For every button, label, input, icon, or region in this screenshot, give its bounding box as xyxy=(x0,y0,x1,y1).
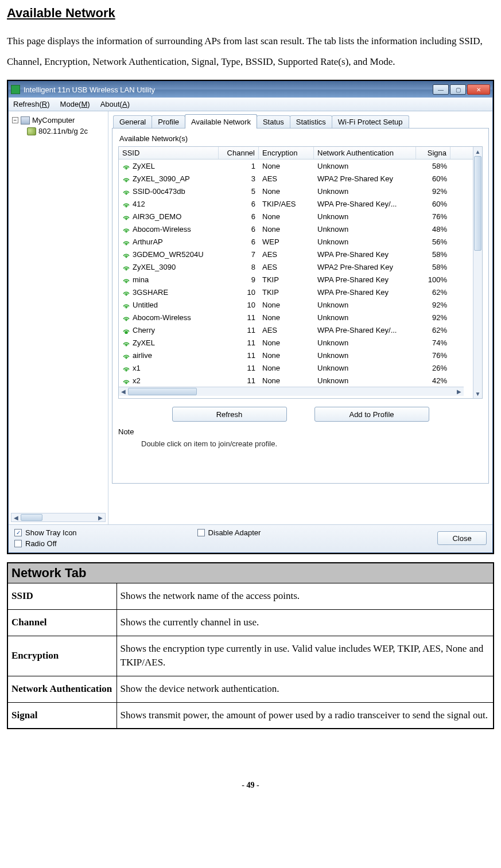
svg-point-16 xyxy=(126,370,127,372)
svg-point-12 xyxy=(126,320,127,321)
col-header-channel[interactable]: Channel xyxy=(219,147,259,159)
table-row: SSIDShows the network name of the access… xyxy=(7,583,494,610)
network-ssid: x1 xyxy=(133,364,141,372)
wifi-signal-icon xyxy=(122,213,130,220)
wifi-signal-icon xyxy=(122,340,130,347)
radio-off-checkbox[interactable]: Radio Off xyxy=(14,539,77,548)
bottom-bar: ✓ Show Tray Icon Radio Off Disable Adapt… xyxy=(9,524,492,552)
network-row[interactable]: Untitled10NoneUnknown92% xyxy=(119,298,473,311)
col-header-ssid[interactable]: SSID xyxy=(119,147,219,159)
row-label: Channel xyxy=(7,610,116,636)
network-row[interactable]: airlive11NoneUnknown76% xyxy=(119,349,473,361)
network-row[interactable]: Cherry11AESWPA Pre-Shared Key/...62% xyxy=(119,324,473,336)
section-heading: Available Network xyxy=(7,6,494,21)
svg-point-2 xyxy=(126,193,127,195)
menu-about[interactable]: About(A) xyxy=(100,100,130,108)
available-network-panel: Available Network(s) SSID Channel Encryp… xyxy=(112,128,489,484)
network-auth: WPA Pre-Shared Key xyxy=(314,249,416,260)
adapter-icon xyxy=(27,127,36,135)
network-encryption: None xyxy=(259,186,314,197)
network-channel: 6 xyxy=(219,211,259,222)
tree-horizontal-scrollbar[interactable]: ◀▶ xyxy=(11,513,106,522)
tab-statistics[interactable]: Statistics xyxy=(290,115,332,129)
tree-collapse-icon[interactable]: − xyxy=(12,117,18,123)
network-encryption: TKIP xyxy=(259,274,314,285)
network-channel: 9 xyxy=(219,274,259,285)
svg-point-10 xyxy=(126,294,127,296)
network-auth: Unknown xyxy=(314,186,416,197)
show-tray-icon-checkbox[interactable]: ✓ Show Tray Icon xyxy=(14,528,77,537)
network-row[interactable]: 4126TKIP/AESWPA Pre-Shared Key/...60% xyxy=(119,197,473,210)
row-desc: Shows transmit power, the amount of powe… xyxy=(116,702,494,729)
network-row[interactable]: ArthurAP6WEPUnknown56% xyxy=(119,235,473,248)
checkbox-icon xyxy=(197,529,205,536)
list-header-row[interactable]: SSID Channel Encryption Network Authenti… xyxy=(119,147,473,159)
network-row[interactable]: 3GSHARE10TKIPWPA Pre-Shared Key62% xyxy=(119,286,473,298)
wifi-signal-icon xyxy=(122,163,130,170)
network-row[interactable]: SSID-00c473db5NoneUnknown92% xyxy=(119,185,473,197)
network-ssid: airlive xyxy=(133,351,152,360)
refresh-button[interactable]: Refresh xyxy=(172,407,287,422)
col-header-encryption[interactable]: Encryption xyxy=(259,147,314,159)
tab-general[interactable]: General xyxy=(113,115,152,129)
list-vertical-scrollbar[interactable]: ▲▼ xyxy=(473,147,482,398)
tab-strip: GeneralProfileAvailable NetworkStatusSta… xyxy=(113,114,489,128)
network-row[interactable]: ZyXEL1NoneUnknown58% xyxy=(119,159,473,172)
menu-refresh[interactable]: Refresh(R) xyxy=(13,100,50,108)
group-label: Available Network(s) xyxy=(119,134,483,143)
network-ssid: 3GSHARE xyxy=(133,288,168,297)
window-title: Intelligent 11n USB Wireless LAN Utility xyxy=(24,85,433,94)
row-label: Encryption xyxy=(7,636,116,676)
svg-point-14 xyxy=(126,345,127,347)
network-channel: 11 xyxy=(219,337,259,348)
maximize-button[interactable]: ▢ xyxy=(450,84,466,95)
network-row[interactable]: 3GDEMO_WR5204U7AESWPA Pre-Shared Key58% xyxy=(119,248,473,260)
network-row[interactable]: Abocom-Wireless6NoneUnknown48% xyxy=(119,223,473,235)
network-ssid: Abocom-Wireless xyxy=(133,313,191,322)
wifi-signal-icon xyxy=(122,201,130,208)
wifi-signal-icon xyxy=(122,176,130,182)
network-row[interactable]: ZyXEL11NoneUnknown74% xyxy=(119,336,473,349)
network-row[interactable]: x211NoneUnknown42% xyxy=(119,374,473,387)
tree-adapter-node[interactable]: 802.11n/b/g 2c xyxy=(11,126,106,137)
network-row[interactable]: AIR3G_DEMO6NoneUnknown76% xyxy=(119,210,473,223)
network-signal: 62% xyxy=(416,325,450,336)
row-label: Signal xyxy=(7,702,116,729)
show-tray-label: Show Tray Icon xyxy=(25,528,77,537)
disable-adapter-checkbox[interactable]: Disable Adapter xyxy=(197,528,261,537)
network-signal: 76% xyxy=(416,350,450,361)
network-row[interactable]: ZyXEL_30908AESWPA2 Pre-Shared Key58% xyxy=(119,260,473,273)
network-channel: 6 xyxy=(219,224,259,235)
svg-point-5 xyxy=(126,231,127,233)
network-channel: 11 xyxy=(219,350,259,361)
network-signal: 62% xyxy=(416,287,450,298)
network-encryption: None xyxy=(259,312,314,323)
network-row[interactable]: Abocom-Wireless11NoneUnknown92% xyxy=(119,311,473,324)
network-ssid: Abocom-Wireless xyxy=(133,225,191,233)
disable-adapter-label: Disable Adapter xyxy=(208,528,261,537)
tree-root-node[interactable]: − MyComputer xyxy=(11,115,106,126)
tab-available-network[interactable]: Available Network xyxy=(185,114,257,129)
network-auth: Unknown xyxy=(314,211,416,222)
close-button[interactable]: Close xyxy=(437,531,487,545)
minimize-button[interactable]: — xyxy=(433,84,449,95)
col-header-signal[interactable]: Signa xyxy=(416,147,450,159)
network-row[interactable]: mina9TKIPWPA Pre-Shared Key100% xyxy=(119,273,473,286)
tab-profile[interactable]: Profile xyxy=(152,115,185,129)
tab-wi-fi-protect-setup[interactable]: Wi-Fi Protect Setup xyxy=(332,115,409,129)
wifi-signal-icon xyxy=(122,377,130,384)
network-row[interactable]: ZyXEL_3090_AP3AESWPA2 Pre-Shared Key60% xyxy=(119,172,473,185)
menu-mode[interactable]: Mode(M) xyxy=(60,100,90,108)
network-ssid: 412 xyxy=(133,200,145,208)
network-signal: 56% xyxy=(416,236,450,247)
close-window-button[interactable]: ✕ xyxy=(467,84,490,95)
col-header-auth[interactable]: Network Authentication xyxy=(314,147,416,159)
window-title-bar[interactable]: Intelligent 11n USB Wireless LAN Utility… xyxy=(9,81,492,98)
wifi-signal-icon xyxy=(122,264,130,271)
tab-status[interactable]: Status xyxy=(257,115,290,129)
table-row: SignalShows transmit power, the amount o… xyxy=(7,702,494,729)
add-to-profile-button[interactable]: Add to Profile xyxy=(314,407,429,422)
network-ssid: ZyXEL_3090 xyxy=(133,263,176,271)
list-horizontal-scrollbar[interactable]: ◀▶ xyxy=(119,387,464,396)
network-row[interactable]: x111NoneUnknown26% xyxy=(119,361,473,374)
